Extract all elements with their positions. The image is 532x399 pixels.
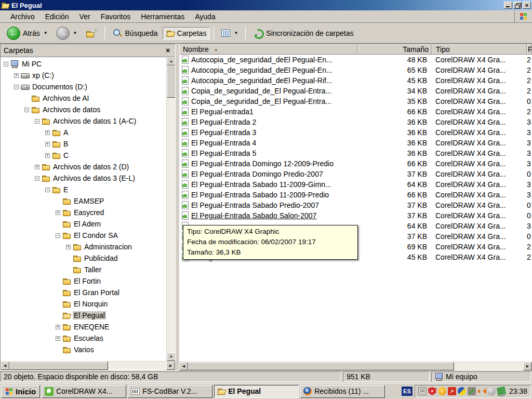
tree-vscroll-thumb[interactable] [167, 65, 175, 98]
tree-item[interactable]: + Archivos de datos 2 (D) [1, 161, 166, 172]
list-hscroll-thumb[interactable] [188, 362, 454, 370]
task-button[interactable]: FS-CodBar V.2... [128, 385, 212, 398]
tree-item[interactable]: − Documentos (D:) [1, 81, 166, 92]
tree-item[interactable]: − El Condor SA [1, 230, 166, 241]
tree-item[interactable]: − E [1, 184, 166, 195]
tree-expander-icon[interactable]: + [56, 210, 60, 215]
column-header-nombre[interactable]: Nombre ▲ [179, 44, 357, 55]
tree-item[interactable]: Publicidad [1, 252, 166, 264]
minimize-button[interactable] [504, 2, 512, 9]
tree-item[interactable]: + ENEQENE [1, 321, 166, 332]
file-row[interactable]: El Pegual-Entrada Domingo 12-2009-Predio… [179, 158, 532, 169]
tree-horizontal-scrollbar[interactable]: ◀ ▶ [1, 361, 175, 369]
tree-item[interactable]: + xp (C:) [1, 70, 166, 81]
tree-item[interactable]: + Administracion [1, 241, 166, 252]
tree-expander-icon[interactable]: − [4, 62, 8, 66]
tree-item[interactable]: El Fortin [1, 275, 166, 287]
tray-volume-icon[interactable] [477, 387, 486, 395]
tree-expander-icon[interactable]: − [56, 233, 60, 238]
file-row[interactable]: Autocopia_de_seguridad_deEl Pegual-Rif..… [179, 75, 532, 86]
forward-button[interactable]: → ▼ [52, 24, 81, 42]
tree-expander-icon[interactable]: − [24, 108, 29, 112]
tray-removable-device-icon[interactable] [497, 387, 507, 396]
close-button[interactable]: × [523, 2, 531, 9]
tree-expander-icon[interactable]: − [45, 188, 50, 192]
scroll-left-icon[interactable]: ◀ [1, 362, 9, 370]
tray-device-icon[interactable] [487, 387, 496, 395]
views-dropdown-icon[interactable]: ▼ [234, 31, 238, 35]
tree-item[interactable]: − Archivos de datos 3 (E-L) [1, 172, 166, 184]
task-button[interactable]: CorelDRAW X4... [42, 385, 126, 398]
list-horizontal-scrollbar[interactable]: ◀ ▶ [179, 362, 532, 370]
tree-hscroll-thumb[interactable] [9, 362, 108, 370]
file-row[interactable]: El Pegual-Entrada 4 36 KB CorelDRAW X4 G… [179, 138, 532, 148]
language-indicator[interactable]: ES [402, 387, 413, 396]
tree-item[interactable]: + B [1, 138, 166, 150]
task-button[interactable]: Recibidos (11) ... [300, 385, 385, 398]
file-row[interactable]: Copia_de_seguridad_de_El Pegual-Entra...… [179, 96, 532, 107]
folder-sync-button[interactable]: Sincronización de carpetas [249, 26, 357, 41]
menu-item[interactable]: Ayuda [190, 11, 220, 22]
tree-item[interactable]: EAMSEP [1, 195, 166, 207]
column-header-tamano[interactable]: Tamaño [357, 44, 432, 55]
tree-expander-icon[interactable]: + [45, 142, 50, 147]
tree-expander-icon[interactable]: + [56, 336, 60, 341]
tray-download-manager-icon[interactable]: ↗ [448, 387, 456, 395]
column-header-tipo[interactable]: Tipo [432, 44, 527, 55]
tree-item[interactable]: + C [1, 150, 166, 161]
tree-expander-icon[interactable]: − [14, 85, 19, 89]
file-row[interactable]: El Pegual-Entrada Sabado Predio-2007 37 … [179, 200, 532, 210]
folders-button[interactable]: Carpetas [163, 27, 210, 39]
views-button[interactable]: ▼ [218, 28, 242, 39]
menu-item[interactable]: Ver [74, 11, 96, 22]
file-row[interactable]: El Pegual-Entrada Sabado 11-2009-Predio … [179, 190, 532, 200]
tray-messenger-icon[interactable] [458, 387, 466, 395]
pane-splitter[interactable] [176, 44, 179, 370]
search-button[interactable]: Búsqueda [109, 26, 162, 41]
file-row[interactable]: El Pegual-Entrada 5 36 KB CorelDRAW X4 G… [179, 148, 532, 158]
tree-item[interactable]: Taller [1, 264, 166, 275]
scroll-down-icon[interactable]: ▼ [167, 353, 175, 361]
tree-expander-icon[interactable]: + [35, 165, 39, 169]
tree-expander-icon[interactable]: − [35, 176, 39, 181]
file-row[interactable]: Autocopia_de_seguridad_deEl Pegual-En...… [179, 65, 532, 75]
tree-item[interactable]: + Easycred [1, 207, 166, 218]
tree-item[interactable]: + Escuelas [1, 332, 166, 344]
file-row[interactable]: El Pegual-Entrada Sabado 11-2009-Gimn...… [179, 179, 532, 190]
menu-item[interactable]: Favoritos [96, 11, 136, 22]
menu-item[interactable]: Archivo [5, 11, 40, 22]
tree-expander-icon[interactable]: + [45, 130, 50, 135]
back-button[interactable]: ← Atrás ▼ [3, 24, 51, 42]
tray-display-icon[interactable] [418, 387, 427, 395]
tray-alert-icon[interactable]: ! [438, 387, 446, 395]
tree-item[interactable]: − Mi PC [1, 58, 166, 70]
start-button[interactable]: Inicio [1, 385, 40, 398]
restore-button[interactable] [513, 2, 522, 9]
menu-item[interactable]: Edición [40, 11, 74, 22]
file-row[interactable]: El Pegual-entrada1 66 KB CorelDRAW X4 Gr… [179, 107, 532, 117]
file-row[interactable]: El Pegual-Entrada 3 36 KB CorelDRAW X4 G… [179, 127, 532, 138]
folders-pane-close-icon[interactable]: × [164, 46, 172, 55]
menu-item[interactable]: Herramientas [136, 11, 190, 22]
tree-expander-icon[interactable]: + [45, 153, 50, 158]
tree-expander-icon[interactable]: + [56, 325, 60, 329]
tree-item[interactable]: + A [1, 127, 166, 138]
scroll-right-icon[interactable]: ▶ [523, 362, 532, 370]
tree-item[interactable]: Archivos de AI [1, 92, 166, 104]
scroll-left-icon[interactable]: ◀ [179, 362, 188, 370]
tree-item[interactable]: − Archivos de datos 1 (A-C) [1, 115, 166, 127]
tray-security-shield-icon[interactable]: × [428, 387, 436, 395]
tree-item[interactable]: − Archivos de datos [1, 104, 166, 115]
tree-expander-icon[interactable]: − [35, 119, 39, 124]
column-header-fecha[interactable]: F [527, 44, 532, 55]
file-row[interactable]: El Pegual-Entrada Domingo Predio-2007 37… [179, 169, 532, 179]
task-button[interactable]: El Pegual [214, 385, 299, 398]
tree-vertical-scrollbar[interactable]: ▲ ▼ [166, 57, 175, 361]
tree-item[interactable]: El Gran Portal [1, 287, 166, 298]
file-row[interactable]: Copia_de_seguridad_de_El Pegual-Entra...… [179, 86, 532, 96]
file-row[interactable]: El Pegual-Entrada Sabado Salon-2007 37 K… [179, 210, 532, 221]
title-bar[interactable]: El Pegual × [0, 0, 532, 10]
tree-item[interactable]: Varios [1, 344, 166, 355]
tree-item[interactable]: El Adem [1, 218, 166, 230]
tree-item[interactable]: El Pegual [1, 310, 166, 321]
